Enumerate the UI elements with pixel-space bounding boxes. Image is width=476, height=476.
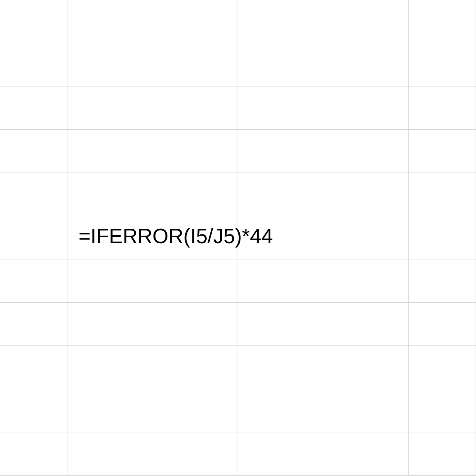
cell[interactable] [0,43,67,86]
cell[interactable] [67,0,238,43]
cell[interactable] [409,43,476,86]
formula-text: =IFERROR(I5/J5)*44 [79,224,273,248]
cell[interactable] [409,0,476,43]
cell[interactable] [238,303,409,346]
cell[interactable] [409,303,476,346]
cell[interactable] [67,389,238,432]
cell[interactable] [238,259,409,303]
formula-cell[interactable]: =IFERROR(I5/J5)*44 [67,216,238,259]
cell[interactable] [0,346,67,389]
cell[interactable] [0,432,67,476]
cell[interactable] [0,389,67,432]
cell[interactable] [238,173,409,216]
cell[interactable] [238,0,409,43]
cell[interactable] [409,346,476,389]
cell[interactable] [0,259,67,303]
cell[interactable] [67,432,238,476]
cell[interactable] [238,86,409,130]
cell[interactable] [409,86,476,130]
cell[interactable] [238,346,409,389]
cell[interactable] [67,303,238,346]
cell[interactable] [0,303,67,346]
cell[interactable] [67,173,238,216]
cell[interactable] [67,86,238,130]
cell[interactable] [409,259,476,303]
cell[interactable] [67,346,238,389]
cell[interactable] [409,432,476,476]
cell[interactable] [0,216,67,259]
cell[interactable] [67,43,238,86]
cell[interactable] [0,0,67,43]
cell[interactable] [409,130,476,173]
cell[interactable] [238,43,409,86]
cell[interactable] [0,173,67,216]
cell[interactable] [238,130,409,173]
cell[interactable] [67,130,238,173]
cell[interactable] [238,389,409,432]
spreadsheet-grid: =IFERROR(I5/J5)*44 [0,0,476,476]
cell[interactable] [67,259,238,303]
cell[interactable] [0,130,67,173]
cell[interactable] [409,389,476,432]
cell[interactable] [409,216,476,259]
cell[interactable] [409,173,476,216]
cell[interactable] [238,432,409,476]
cell[interactable] [0,86,67,130]
